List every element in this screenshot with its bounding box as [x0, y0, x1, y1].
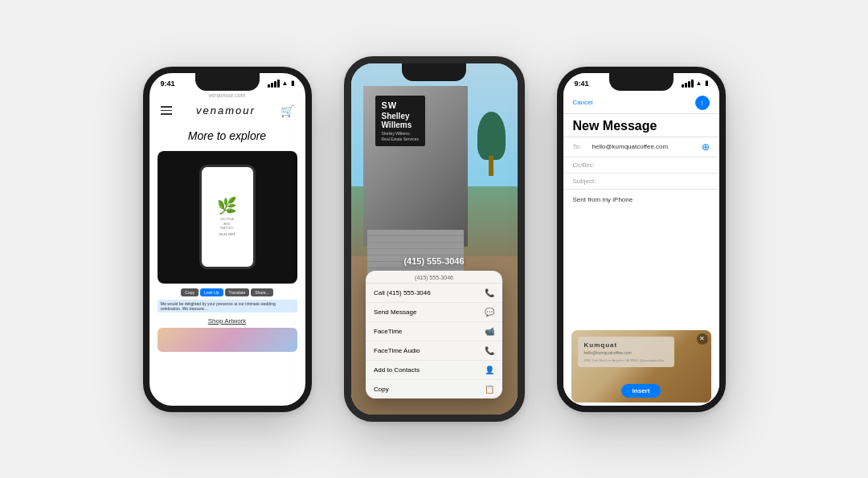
bc-name: Kumquat: [584, 341, 668, 349]
status-bar-3: 9:41 ▲ ▮: [563, 73, 719, 91]
send-button[interactable]: ↑: [695, 96, 710, 110]
wifi-icon-1: ▲: [282, 80, 289, 87]
leaf-icon: 🌿: [217, 198, 237, 214]
phone-mail: 9:41 ▲ ▮ Cancel ↑ New Message To: hello@…: [557, 67, 726, 412]
bc-close-button[interactable]: ✕: [697, 333, 708, 345]
share-button[interactable]: Share...: [251, 288, 273, 296]
ctx-menu-header: (415) 555-3046: [366, 271, 502, 284]
ctx-facetime-label: FaceTime: [374, 328, 402, 335]
ctx-add-contacts-label: Add to Contacts: [374, 366, 420, 374]
contacts-icon: 👤: [485, 366, 494, 374]
status-icons-3: ▲ ▮: [682, 80, 708, 88]
ctx-add-contacts[interactable]: Add to Contacts 👤: [366, 361, 502, 380]
ar-phone-number: (415) 555-3046: [351, 256, 518, 266]
tree-right: [477, 112, 510, 176]
business-card-preview: Kumquat hello@kumquatcoffee.com 4936 Yor…: [571, 330, 711, 402]
ctx-facetime-audio-label: FaceTime Audio: [374, 347, 420, 354]
phone-icon: 📞: [485, 288, 494, 297]
cart-icon[interactable]: 🛒: [280, 104, 294, 117]
compose-title: New Message: [563, 114, 719, 137]
selection-toolbar: Copy Look Up Translate Share...: [149, 287, 305, 298]
message-icon: 💬: [485, 308, 494, 317]
cc-bcc-field[interactable]: Cc/Bcc:: [563, 157, 719, 174]
ctx-call-label: Call (415) 555-3046: [374, 289, 431, 296]
bc-address: 4936 York Blvd Los Angeles CA 90042 @kum…: [584, 358, 668, 363]
facetime-audio-icon: 📞: [485, 346, 494, 355]
context-menu: (415) 555-3046 Call (415) 555-3046 📞 Sen…: [366, 271, 502, 398]
status-icons-1: ▲ ▮: [268, 80, 294, 88]
lookup-button[interactable]: Look Up: [200, 288, 223, 296]
sign-logo: SW: [382, 100, 419, 110]
facetime-icon: 📹: [485, 327, 494, 336]
battery-icon-1: ▮: [291, 80, 294, 87]
to-label: To:: [573, 143, 589, 150]
ctx-call[interactable]: Call (415) 555-3046 📞: [366, 284, 502, 303]
status-time-1: 9:41: [161, 80, 175, 88]
translate-button[interactable]: Translate: [225, 288, 250, 296]
signal-icon-3: [682, 80, 694, 88]
to-field: To: hello@kumquatcoffee.com ⊕: [563, 137, 719, 157]
selected-text: We would be delighted by your presence a…: [158, 300, 297, 313]
inner-card-names: DELFINAANDMATTEO: [220, 217, 234, 231]
ctx-facetime[interactable]: FaceTime 📹: [366, 322, 502, 341]
mail-compose-header: Cancel ↑: [563, 91, 719, 114]
wifi-icon-3: ▲: [696, 80, 702, 87]
subject-field[interactable]: Subject:: [563, 174, 719, 190]
insert-button[interactable]: insert: [621, 384, 661, 398]
stairs: [367, 230, 464, 274]
to-value[interactable]: hello@kumquatcoffee.com: [592, 143, 702, 150]
product-card: 🌿 DELFINAANDMATTEO 02.21.2021: [158, 151, 297, 284]
sign-name: ShelleyWillems: [382, 112, 419, 129]
nav-bar: venamour 🛒: [149, 100, 305, 122]
ar-background: SW ShelleyWillems Shelley WillemsReal Es…: [351, 63, 518, 415]
mail-body[interactable]: Sent from my iPhone: [563, 190, 719, 327]
hamburger-menu[interactable]: [161, 106, 172, 115]
signal-icon-1: [268, 80, 280, 88]
ctx-message-label: Send Message: [374, 308, 416, 316]
hero-title: More to explore: [149, 122, 305, 148]
add-recipient-icon[interactable]: ⊕: [702, 141, 710, 153]
cc-bcc-label: Cc/Bcc:: [573, 161, 596, 169]
phone-real-estate: SW ShelleyWillems Shelley WillemsReal Es…: [344, 56, 525, 422]
shop-artwork-link[interactable]: Shop Artwork: [149, 314, 305, 328]
bc-email: hello@kumquatcoffee.com: [584, 350, 668, 355]
status-time-3: 9:41: [575, 80, 589, 88]
site-logo: venamour: [196, 104, 256, 116]
ctx-copy-label: Copy: [374, 386, 389, 393]
ctx-message[interactable]: Send Message 💬: [366, 303, 502, 322]
url-bar[interactable]: venamour.com: [149, 91, 305, 100]
phone-venamour: 9:41 ▲ ▮ venamour.com venamour 🛒 More to…: [143, 67, 312, 412]
cancel-button[interactable]: Cancel: [573, 99, 593, 106]
sign-subtitle: Shelley WillemsReal Estate Services: [382, 131, 419, 141]
inner-card-date: 02.21.2021: [219, 232, 235, 236]
battery-icon-3: ▮: [705, 80, 708, 87]
subject-label: Subject:: [573, 178, 596, 185]
real-estate-sign: SW ShelleyWillems Shelley WillemsReal Es…: [375, 96, 425, 146]
ctx-copy[interactable]: Copy 📋: [366, 380, 502, 398]
status-bar-1: 9:41 ▲ ▮: [149, 73, 305, 91]
ctx-facetime-audio[interactable]: FaceTime Audio 📞: [366, 341, 502, 361]
product-image: [158, 328, 297, 352]
inner-phone-mockup: 🌿 DELFINAANDMATTEO 02.21.2021: [199, 165, 256, 269]
copy-icon: 📋: [485, 385, 494, 394]
copy-button[interactable]: Copy: [181, 288, 199, 296]
bc-card-content: Kumquat hello@kumquatcoffee.com 4936 Yor…: [578, 337, 674, 368]
